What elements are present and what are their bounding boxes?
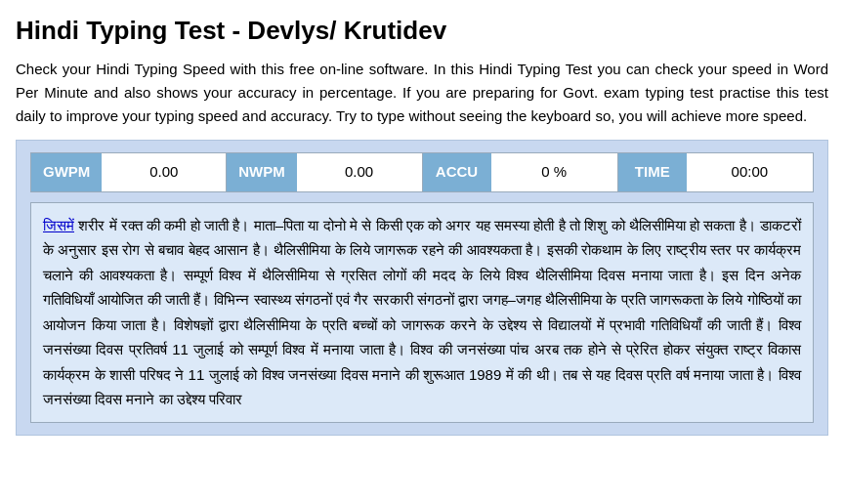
page-title: Hindi Typing Test - Devlys/ Krutidev <box>16 12 828 50</box>
accu-stat: ACCU 0 % <box>423 153 618 191</box>
gwpm-value: 0.00 <box>102 153 226 191</box>
stats-bar: GWPM 0.00 NWPM 0.00 ACCU 0 % TIME 00:00 <box>30 152 814 192</box>
typing-area[interactable]: जिसमें शरीर में रक्त की कमी हो जाती है। … <box>30 202 814 423</box>
nwpm-label: NWPM <box>227 153 297 191</box>
gwpm-stat: GWPM 0.00 <box>31 153 227 191</box>
time-stat: TIME 00:00 <box>618 153 813 191</box>
page-container: Hindi Typing Test - Devlys/ Krutidev Che… <box>0 0 844 447</box>
page-description: Check your Hindi Typing Speed with this … <box>16 58 828 128</box>
nwpm-value: 0.00 <box>297 153 422 191</box>
first-word: जिसमें <box>43 217 74 233</box>
time-label: TIME <box>618 153 687 191</box>
nwpm-stat: NWPM 0.00 <box>227 153 422 191</box>
test-container: GWPM 0.00 NWPM 0.00 ACCU 0 % TIME 00:00 … <box>16 140 828 436</box>
time-value: 00:00 <box>687 153 813 191</box>
typing-text-rest: शरीर में रक्त की कमी हो जाती है। माता–पि… <box>43 217 801 408</box>
accu-label: ACCU <box>423 153 491 191</box>
gwpm-label: GWPM <box>31 153 102 191</box>
accu-value: 0 % <box>491 153 617 191</box>
